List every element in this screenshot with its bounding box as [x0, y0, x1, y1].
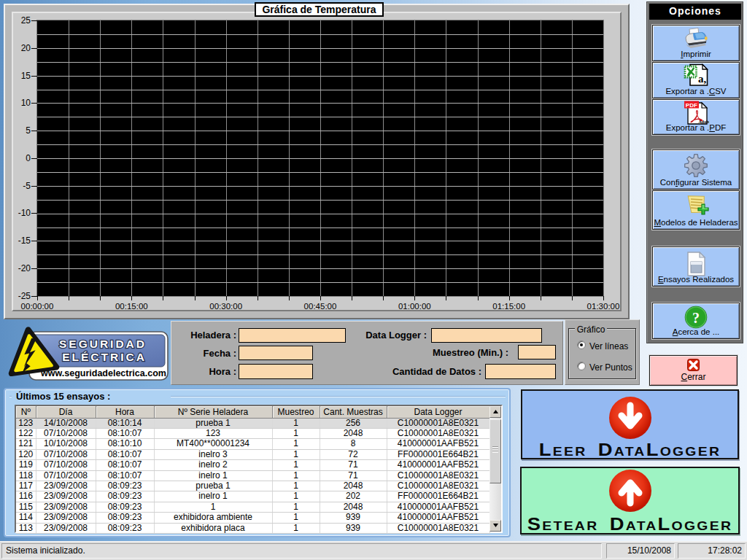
- svg-text:ELÉCTRICA: ELÉCTRICA: [62, 351, 147, 363]
- svg-text:www.seguridadelectrica.com: www.seguridadelectrica.com: [40, 368, 166, 378]
- svg-text:a,: a,: [698, 73, 707, 85]
- svg-text:?: ?: [692, 310, 700, 326]
- svg-text:PDF: PDF: [686, 102, 697, 109]
- svg-text:SEGURIDAD: SEGURIDAD: [59, 338, 147, 350]
